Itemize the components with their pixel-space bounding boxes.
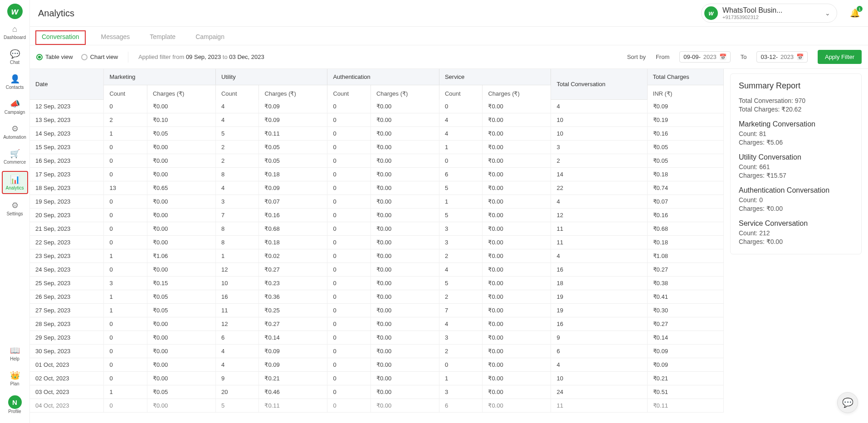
table-cell: ₹0.00 xyxy=(483,345,551,358)
table-cell: 11 xyxy=(215,304,258,317)
table-cell: 5 xyxy=(215,127,258,141)
table-cell: ₹0.14 xyxy=(259,331,327,345)
table-cell: ₹0.00 xyxy=(371,372,439,385)
apply-filter-button[interactable]: Apply Filter xyxy=(818,50,862,64)
summary-utility-title: Utility Conversation xyxy=(739,153,853,161)
table-cell: 2 xyxy=(439,249,482,263)
table-cell: 4 xyxy=(551,358,647,372)
cart-icon: 🛒 xyxy=(10,149,20,159)
col-marketing: Marketing xyxy=(104,69,216,85)
table-cell: ₹0.00 xyxy=(371,345,439,358)
automation-icon: ⚙ xyxy=(11,124,19,134)
nav-label: Help xyxy=(10,356,20,361)
table-scroll-area[interactable]: Date Marketing Utility Authentication Se… xyxy=(30,69,724,423)
nav-commerce[interactable]: 🛒 Commerce xyxy=(2,146,28,167)
col-service: Service xyxy=(439,69,551,85)
table-cell: 0 xyxy=(327,113,371,127)
table-cell: 5 xyxy=(439,209,482,222)
table-cell: ₹0.18 xyxy=(647,236,723,249)
nav-label: Profile xyxy=(8,409,21,414)
table-cell: 0 xyxy=(327,195,371,209)
table-cell: 5 xyxy=(439,277,482,290)
table-cell: 2 xyxy=(439,290,482,304)
table-cell: ₹0.11 xyxy=(647,399,723,413)
table-cell: 0 xyxy=(104,317,147,331)
nav-label: Chat xyxy=(10,60,20,65)
table-cell: ₹0.00 xyxy=(371,113,439,127)
table-cell: 17 Sep, 2023 xyxy=(30,168,104,181)
account-name: WhatsTool Busin... xyxy=(722,6,795,15)
radio-icon xyxy=(81,54,88,60)
nav-settings[interactable]: ⚙ Settings xyxy=(2,198,28,219)
radio-label: Table view xyxy=(45,53,73,60)
table-cell: ₹0.30 xyxy=(647,304,723,317)
table-cell: 1 xyxy=(215,249,258,263)
nav-profile[interactable]: N Profile xyxy=(2,393,28,417)
table-cell: ₹0.00 xyxy=(483,195,551,209)
app-logo[interactable]: w xyxy=(7,4,23,19)
nav-analytics[interactable]: 📊 Analytics xyxy=(2,171,28,194)
chevron-down-icon: ⌄ xyxy=(825,10,830,17)
table-cell: 5 xyxy=(439,181,482,195)
table-cell: ₹0.00 xyxy=(147,345,215,358)
notifications-button[interactable]: 🔔 1 xyxy=(850,8,860,18)
table-cell: ₹0.00 xyxy=(371,249,439,263)
table-cell: ₹0.05 xyxy=(147,385,215,399)
table-cell: 6 xyxy=(439,399,482,413)
nav-dashboard[interactable]: ⌂ Dashboard xyxy=(2,22,28,43)
table-row: 17 Sep, 20230₹0.008₹0.180₹0.006₹0.0014₹0… xyxy=(30,168,724,181)
table-cell: 4 xyxy=(215,181,258,195)
date-to-input[interactable]: 03-12-2023 📅 xyxy=(756,51,808,63)
tab-campaign[interactable]: Campaign xyxy=(191,30,229,45)
summary-total-conv: Total Conversation: 970 xyxy=(739,97,853,104)
table-cell: 0 xyxy=(327,358,371,372)
table-cell: 0 xyxy=(104,100,147,113)
tab-messages[interactable]: Messages xyxy=(97,30,135,45)
nav-automation[interactable]: ⚙ Automation xyxy=(2,121,28,142)
table-cell: ₹0.00 xyxy=(371,277,439,290)
filter-bar: Table view Chart view Applied filter fro… xyxy=(30,45,868,69)
table-cell: 19 Sep, 2023 xyxy=(30,195,104,209)
table-cell: 4 xyxy=(439,317,482,331)
table-cell: ₹0.09 xyxy=(647,100,723,113)
table-row: 01 Oct, 20230₹0.004₹0.090₹0.000₹0.004₹0.… xyxy=(30,358,724,372)
nav-help[interactable]: 📖 Help xyxy=(2,343,28,364)
table-cell: ₹0.38 xyxy=(647,277,723,290)
account-switcher[interactable]: w WhatsTool Busin... +917353902312 ⌄ xyxy=(701,4,837,23)
table-cell: ₹0.00 xyxy=(483,249,551,263)
table-cell: 0 xyxy=(104,263,147,277)
summary-auth-title: Authentication Conversation xyxy=(739,186,853,194)
table-cell: 4 xyxy=(215,113,258,127)
nav-plan[interactable]: 👑 Plan xyxy=(2,368,28,389)
tab-template[interactable]: Template xyxy=(145,30,180,45)
table-cell: ₹0.00 xyxy=(147,222,215,236)
nav-contacts[interactable]: 👤 Contacts xyxy=(2,71,28,92)
floating-chat-button[interactable]: 💬 xyxy=(837,392,858,413)
table-cell: 1 xyxy=(104,290,147,304)
radio-table-view[interactable]: Table view xyxy=(36,53,73,60)
tab-conversation[interactable]: Conversation xyxy=(35,30,86,45)
table-cell: 0 xyxy=(327,290,371,304)
table-cell: 0 xyxy=(104,168,147,181)
table-cell: ₹0.05 xyxy=(259,154,327,168)
table-cell: 0 xyxy=(104,358,147,372)
table-cell: 0 xyxy=(104,345,147,358)
tabs: Conversation Messages Template Campaign xyxy=(30,27,868,45)
table-cell: 3 xyxy=(215,195,258,209)
table-cell: ₹1.06 xyxy=(147,249,215,263)
table-cell: 22 Sep, 2023 xyxy=(30,236,104,249)
summary-auth-count: Count: 0 xyxy=(739,196,853,204)
table-cell: 0 xyxy=(104,141,147,154)
radio-chart-view[interactable]: Chart view xyxy=(81,53,118,60)
date-from-input[interactable]: 09-09-2023 📅 xyxy=(679,51,731,63)
table-cell: 0 xyxy=(327,399,371,413)
nav-chat[interactable]: 💬 Chat xyxy=(2,46,28,68)
table-row: 27 Sep, 20231₹0.0511₹0.250₹0.007₹0.0019₹… xyxy=(30,304,724,317)
table-cell: ₹0.00 xyxy=(371,209,439,222)
summary-title: Summary Report xyxy=(739,81,853,91)
table-cell: ₹0.00 xyxy=(147,331,215,345)
table-row: 21 Sep, 20230₹0.008₹0.680₹0.003₹0.0011₹0… xyxy=(30,222,724,236)
table-cell: ₹0.23 xyxy=(259,277,327,290)
summary-total-charges: Total Charges: ₹20.62 xyxy=(739,106,853,113)
nav-campaign[interactable]: 📣 Campaign xyxy=(2,96,28,117)
